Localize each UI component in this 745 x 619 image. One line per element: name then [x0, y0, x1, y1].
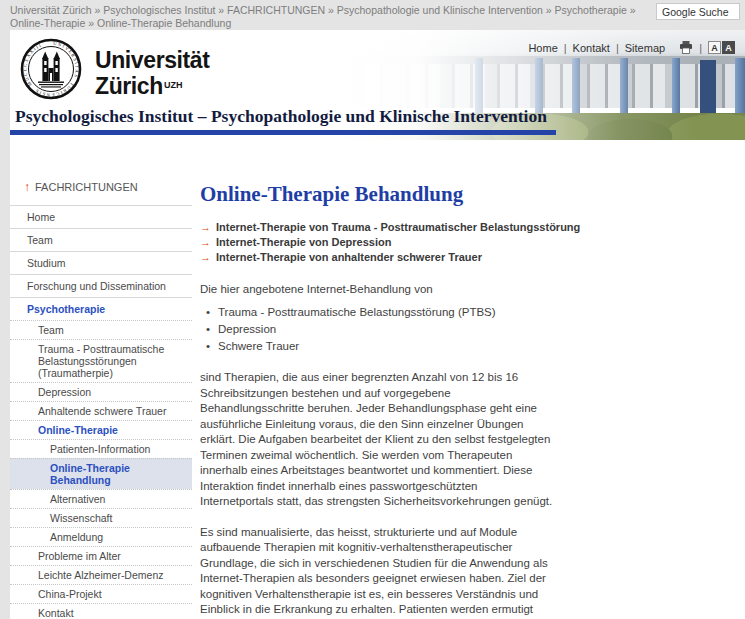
header: UNIVERSITAS TURICENSIS MDCCCXXXIII	[10, 30, 745, 140]
sidebar-item[interactable]: Leichte Alzheimer-Demenz	[10, 565, 192, 584]
sidebar-item[interactable]: Anhaltende schwere Trauer	[10, 401, 192, 420]
sidebar-item[interactable]: Probleme im Alter	[10, 546, 192, 565]
sidebar-item[interactable]: China-Projekt	[10, 584, 192, 603]
sidebar-section-header[interactable]: ↑FACHRICHTUNGEN	[24, 180, 192, 194]
nav-separator: |	[616, 42, 619, 54]
breadcrumb[interactable]: Universität Zürich » Psychologisches Ins…	[10, 4, 645, 30]
jump-link[interactable]: →Internet-Therapie von Depression	[200, 235, 745, 250]
sidebar-item[interactable]: Team	[10, 320, 192, 339]
nav-separator: |	[564, 42, 567, 54]
jump-link-label: Internet-Therapie von Trauma - Posttraum…	[216, 220, 580, 235]
sidebar-item[interactable]: Studium	[10, 251, 192, 274]
sidebar-item[interactable]: Patienten-Information	[10, 439, 192, 458]
topbar: Universität Zürich » Psychologisches Ins…	[0, 0, 745, 30]
icon-separator: |	[699, 42, 702, 54]
uzh-wordmark: Universität ZürichUZH	[95, 48, 209, 99]
sidebar-item[interactable]: Alternativen	[10, 489, 192, 508]
sidebar-nav-list: HomeTeamStudiumForschung und Disseminati…	[10, 205, 192, 619]
jump-links: →Internet-Therapie von Trauma - Posttrau…	[200, 220, 745, 265]
body-paragraph: Es sind manualisierte, das heisst, struk…	[200, 525, 554, 619]
page-title: Online-Therapie Behandlung	[200, 182, 745, 207]
header-nav-kontakt[interactable]: Kontakt	[573, 42, 610, 54]
sidebar-item[interactable]: Forschung und Dissemination	[10, 274, 192, 297]
uzh-seal-icon: UNIVERSITAS TURICENSIS MDCCCXXXIII	[20, 38, 82, 104]
utility-nav: Home|Kontakt|Sitemap | A A	[528, 41, 735, 54]
jump-link[interactable]: →Internet-Therapie von Trauma - Posttrau…	[200, 220, 745, 235]
sidebar-section-label: FACHRICHTUNGEN	[35, 181, 138, 193]
wordmark-uzh-sup: UZH	[164, 80, 183, 90]
font-size-small-button[interactable]: A	[708, 41, 721, 54]
bullet-item: Depression	[206, 321, 745, 338]
header-nav-home[interactable]: Home	[528, 42, 557, 54]
arrow-right-icon: →	[200, 220, 211, 235]
sidebar-item[interactable]: Psychotherapie	[10, 297, 192, 320]
wordmark-line2: ZürichUZH	[95, 73, 209, 99]
bullet-list: Trauma - Posttraumatische Belastungsstör…	[206, 304, 745, 355]
print-icon[interactable]	[679, 41, 693, 54]
wordmark-line1: Universität	[95, 48, 209, 73]
jump-link-label: Internet-Therapie von anhaltender schwer…	[216, 250, 482, 265]
sidebar-item[interactable]: Team	[10, 228, 192, 251]
arrow-right-icon: →	[200, 250, 211, 265]
jump-link[interactable]: →Internet-Therapie von anhaltender schwe…	[200, 250, 745, 265]
header-nav-sitemap[interactable]: Sitemap	[625, 42, 665, 54]
jump-link-label: Internet-Therapie von Depression	[216, 235, 391, 250]
bullet-item: Trauma - Posttraumatische Belastungsstör…	[206, 304, 745, 321]
sidebar-item[interactable]: Depression	[10, 382, 192, 401]
search-input[interactable]	[656, 3, 740, 20]
sidebar-item[interactable]: Wissenschaft	[10, 508, 192, 527]
arrow-right-icon: →	[200, 235, 211, 250]
sidebar-item[interactable]: Home	[10, 205, 192, 228]
sidebar-item[interactable]: Trauma - Posttraumatische Belastungsstör…	[10, 339, 192, 382]
institute-title: Psychologisches Institut – Psychopatholo…	[10, 106, 556, 135]
sidebar-item[interactable]: Online-Therapie Behandlung	[10, 458, 192, 489]
sidebar-item[interactable]: Anmeldung	[10, 527, 192, 546]
sidebar-item[interactable]: Online-Therapie	[10, 420, 192, 439]
institute-title-bar: Psychologisches Institut – Psychopatholo…	[10, 106, 556, 135]
font-size-large-button[interactable]: A	[722, 41, 735, 54]
main-content: Online-Therapie Behandlung →Internet-The…	[192, 140, 745, 619]
intro-text: Die hier angebotene Internet-Behandlung …	[200, 283, 745, 295]
paragraphs: sind Therapien, die aus einer begrenzten…	[200, 370, 745, 619]
sidebar-item[interactable]: Kontakt	[10, 603, 192, 619]
utility-links: Home|Kontakt|Sitemap	[528, 42, 665, 54]
body-paragraph: sind Therapien, die aus einer begrenzten…	[200, 370, 554, 510]
uzh-logo[interactable]: UNIVERSITAS TURICENSIS MDCCCXXXIII	[20, 38, 209, 104]
page: UNIVERSITAS TURICENSIS MDCCCXXXIII	[10, 30, 745, 619]
sidebar: ↑FACHRICHTUNGEN HomeTeamStudiumForschung…	[10, 140, 192, 619]
bullet-item: Schwere Trauer	[206, 338, 745, 355]
content: ↑FACHRICHTUNGEN HomeTeamStudiumForschung…	[10, 140, 745, 619]
arrow-up-icon: ↑	[24, 180, 30, 194]
